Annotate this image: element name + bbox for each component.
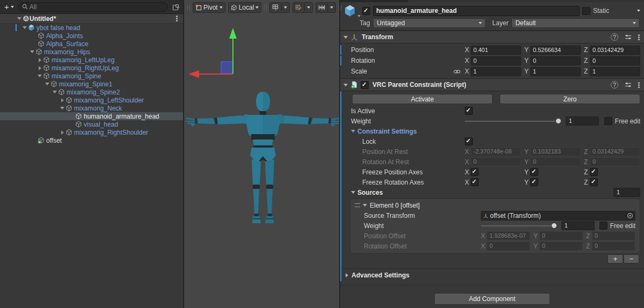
element-weight-slider[interactable]	[481, 222, 557, 229]
weight-slider[interactable]	[465, 118, 561, 124]
free-edit-checkbox[interactable]	[604, 117, 612, 125]
slider-handle[interactable]	[551, 223, 557, 229]
hierarchy-search-input[interactable]: All	[18, 2, 168, 12]
foldout-expanded-icon[interactable]	[30, 50, 34, 53]
foldout-collapsed-icon[interactable]	[61, 98, 64, 102]
tree-row-hips[interactable]: mixamorig_Hips	[0, 48, 183, 56]
object-picker-icon[interactable]	[627, 212, 633, 219]
foldout-expanded-icon[interactable]	[53, 91, 57, 93]
scene-kebab-menu-icon[interactable]	[176, 18, 178, 19]
tree-row-ybot[interactable]: ybot false head	[0, 24, 183, 32]
element-free-edit-checkbox[interactable]	[599, 222, 608, 230]
tree-row-alpha-joints[interactable]: Alpha_Joints	[0, 32, 183, 40]
drag-handle-icon[interactable]	[355, 203, 360, 207]
layer-dropdown[interactable]: Default	[511, 18, 640, 28]
tree-row-humanoid-armature-head[interactable]: humanoid_armature_head	[0, 112, 183, 120]
component-enabled-checkbox[interactable]	[361, 81, 369, 89]
tree-row-rightshoulder[interactable]: mixamorig_RightShoulder	[0, 128, 183, 136]
freeze-position-y-checkbox[interactable]	[530, 168, 538, 176]
gizmo-xy-plane-handle[interactable]	[221, 62, 233, 74]
rotation-y-field[interactable]: 0	[530, 56, 581, 65]
lock-checkbox[interactable]	[465, 137, 473, 145]
remove-source-button[interactable]: −	[624, 254, 639, 263]
toolbar-drag-handle[interactable]	[187, 5, 190, 11]
zero-button[interactable]: Zero	[500, 94, 640, 104]
freeze-position-z-checkbox[interactable]	[590, 168, 598, 176]
scale-z-field[interactable]: 1	[590, 67, 640, 76]
foldout-expanded-icon[interactable]	[351, 130, 355, 133]
pivot-mode-button[interactable]: Pivot	[193, 2, 225, 13]
chevron-down-icon[interactable]	[637, 10, 640, 12]
vrc-constraint-header[interactable]: VRC Parent Constraint (Script) ?	[340, 78, 644, 91]
freeze-rotation-z-checkbox[interactable]	[590, 178, 598, 186]
foldout-expanded-icon[interactable]	[38, 75, 42, 77]
scale-y-field[interactable]: 1	[530, 67, 581, 76]
local-space-button[interactable]: Local	[228, 2, 262, 13]
weight-value-field[interactable]: 1	[566, 116, 599, 126]
freeze-position-x-checkbox[interactable]	[471, 168, 479, 176]
foldout-expanded-icon[interactable]	[351, 191, 355, 194]
toolbar-drag-handle[interactable]	[264, 5, 267, 11]
foldout-expanded-icon[interactable]	[343, 36, 348, 39]
chevron-down-icon[interactable]	[330, 6, 333, 9]
snap-increment-button[interactable]	[316, 2, 336, 13]
add-source-button[interactable]: +	[608, 254, 623, 263]
create-object-button[interactable]: +	[2, 3, 16, 11]
prefab-icon[interactable]	[343, 4, 360, 17]
rotation-z-field[interactable]: 0	[590, 56, 640, 65]
sources-foldout[interactable]: Sources 1	[340, 187, 644, 197]
freeze-rotation-x-checkbox[interactable]	[471, 178, 479, 186]
advanced-settings-foldout[interactable]: Advanced Settings	[340, 268, 644, 281]
tree-row-offset[interactable]: offset	[0, 136, 183, 144]
gizmo-x-arrowhead[interactable]	[188, 70, 199, 78]
is-active-checkbox[interactable]	[465, 107, 473, 115]
gameobject-name-field[interactable]: humanoid_armature_head	[373, 6, 580, 16]
help-icon[interactable]: ?	[611, 33, 618, 41]
scene-view[interactable]: Pivot Local Y	[184, 0, 340, 308]
foldout-collapsed-icon[interactable]	[39, 58, 41, 62]
foldout-collapsed-icon[interactable]	[61, 130, 64, 135]
chevron-down-icon[interactable]	[307, 6, 310, 9]
move-gizmo[interactable]	[184, 0, 339, 308]
source-transform-object-field[interactable]: offset (Transform)	[481, 211, 635, 221]
foldout-expanded-icon[interactable]	[45, 83, 49, 85]
foldout-collapsed-icon[interactable]	[346, 273, 348, 277]
foldout-expanded-icon[interactable]	[363, 204, 367, 207]
foldout-collapsed-icon[interactable]	[39, 66, 41, 70]
presets-icon[interactable]	[625, 82, 632, 88]
tree-row-neck[interactable]: mixamorig_Neck	[0, 104, 183, 112]
grid-snap-button[interactable]	[292, 2, 313, 13]
tree-row-leftshoulder[interactable]: mixamorig_LeftShoulder	[0, 96, 183, 104]
gameobject-active-checkbox[interactable]	[362, 7, 370, 15]
chevron-down-icon[interactable]	[284, 6, 287, 9]
tree-row-rightupleg[interactable]: mixamorig_RightUpLeg	[0, 64, 183, 72]
position-x-field[interactable]: 0.401	[471, 46, 521, 55]
slider-handle[interactable]	[555, 118, 561, 124]
search-picker-button[interactable]	[171, 3, 181, 11]
link-scale-icon[interactable]	[453, 69, 460, 75]
transform-component-header[interactable]: Transform ?	[340, 31, 644, 43]
element-weight-value-field[interactable]: 1	[561, 221, 595, 230]
tree-row-visual-head[interactable]: visual_head	[0, 120, 183, 128]
help-icon[interactable]: ?	[611, 81, 618, 89]
gizmo-y-arrowhead[interactable]	[229, 28, 237, 39]
static-checkbox[interactable]	[582, 7, 590, 15]
scale-x-field[interactable]: 1	[471, 67, 521, 76]
component-menu-icon[interactable]	[638, 84, 640, 86]
activate-button[interactable]: Activate	[352, 94, 493, 104]
tree-row-spine2[interactable]: mixamorig_Spine2	[0, 88, 183, 96]
scene-header-row[interactable]: Untitled*	[0, 14, 183, 24]
toolbar-drag-handle[interactable]	[339, 5, 341, 11]
presets-icon[interactable]	[625, 34, 632, 40]
element-0-header[interactable]: Element 0 [offset]	[350, 200, 640, 210]
position-y-field[interactable]: 0.5266634	[530, 46, 581, 55]
tree-row-spine1[interactable]: mixamorig_Spine1	[0, 80, 183, 88]
add-component-button[interactable]: Add Component	[434, 293, 550, 305]
foldout-expanded-icon[interactable]	[343, 84, 348, 86]
tree-row-spine[interactable]: mixamorig_Spine	[0, 72, 183, 80]
position-z-field[interactable]: 0.03142429	[590, 46, 640, 55]
grid-visibility-button[interactable]: Y	[269, 2, 290, 13]
rotation-x-field[interactable]: 0	[471, 56, 521, 65]
sources-count-field[interactable]: 1	[613, 188, 640, 197]
foldout-expanded-icon[interactable]	[23, 26, 27, 29]
